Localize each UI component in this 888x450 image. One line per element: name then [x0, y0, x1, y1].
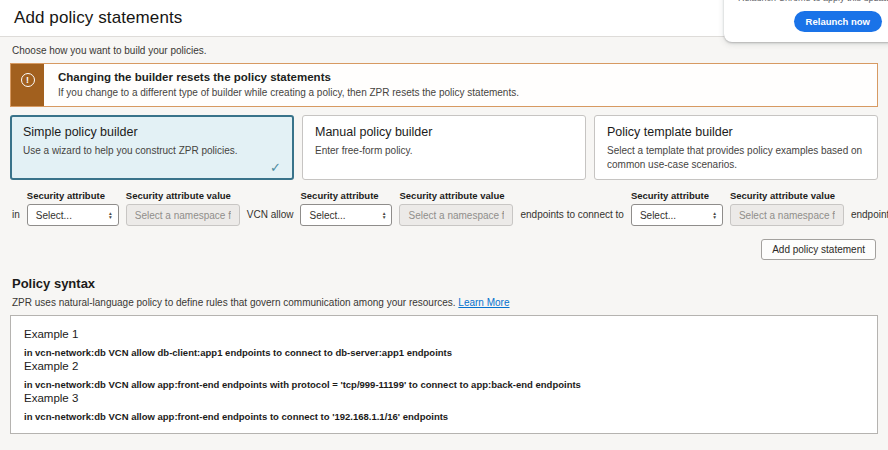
security-attribute-value-input-2[interactable] — [399, 204, 513, 226]
warning-banner-title: Changing the builder resets the policy s… — [58, 71, 519, 83]
field-label: Security attribute — [27, 190, 119, 201]
warning-banner-body: Changing the builder resets the policy s… — [44, 64, 531, 106]
select-value: Select... — [309, 210, 345, 221]
card-description: Enter free-form policy. — [315, 144, 573, 158]
select-value: Select... — [36, 210, 72, 221]
security-attribute-field-2: Security attribute Select... ▴▾ — [300, 190, 392, 226]
select-chevrons-icon: ▴▾ — [713, 211, 716, 220]
field-label: Security attribute — [631, 190, 723, 201]
example-code: in vcn-network:db VCN allow db-client:ap… — [24, 347, 863, 358]
card-policy-template-builder[interactable]: Policy template builder Select a templat… — [594, 115, 878, 180]
chrome-toast-actions: Relaunch now — [738, 11, 882, 32]
security-attribute-value-input-1[interactable] — [126, 204, 240, 226]
page-subtitle: Choose how you want to build your polici… — [12, 45, 878, 56]
example-label: Example 1 — [24, 328, 863, 340]
builder-options: Simple policy builder Use a wizard to he… — [10, 115, 878, 180]
policy-syntax-description-text: ZPR uses natural-language policy to defi… — [12, 297, 456, 308]
example-label: Example 3 — [24, 392, 863, 404]
add-policy-statement-button[interactable]: Add policy statement — [761, 239, 876, 260]
warning-icon: ! — [21, 73, 35, 87]
main-content: Choose how you want to build your polici… — [0, 37, 888, 450]
card-manual-policy-builder[interactable]: Manual policy builder Enter free-form po… — [302, 115, 586, 180]
policy-examples-box: Example 1 in vcn-network:db VCN allow db… — [10, 315, 878, 434]
card-description: Select a template that provides policy e… — [607, 144, 865, 171]
card-description: Use a wizard to help you construct ZPR p… — [23, 144, 281, 158]
field-label: Security attribute value — [126, 190, 240, 201]
warning-banner-description: If you change to a different type of bui… — [58, 87, 519, 98]
page-title: Add policy statements — [14, 8, 182, 28]
security-attribute-select-3[interactable]: Select... ▴▾ — [631, 204, 723, 226]
example-code: in vcn-network:db VCN allow app:front-en… — [24, 411, 863, 422]
statement-connector: VCN allow — [247, 209, 294, 226]
policy-syntax-heading: Policy syntax — [12, 276, 878, 291]
security-attribute-value-field-1: Security attribute value — [126, 190, 240, 226]
warning-banner-accent: ! — [11, 64, 44, 106]
card-title: Policy template builder — [607, 125, 865, 139]
select-chevrons-icon: ▴▾ — [383, 211, 386, 220]
security-attribute-field-3: Security attribute Select... ▴▾ — [631, 190, 723, 226]
security-attribute-select-2[interactable]: Select... ▴▾ — [300, 204, 392, 226]
statement-connector: endpoints to connect to — [520, 209, 623, 226]
field-label: Security attribute — [300, 190, 392, 201]
chrome-update-message: Relaunch Chrome to apply this update — [738, 0, 882, 4]
security-attribute-select-1[interactable]: Select... ▴▾ — [27, 204, 119, 226]
warning-banner: ! Changing the builder resets the policy… — [10, 63, 878, 107]
statement-prefix: in — [12, 209, 20, 226]
example-code: in vcn-network:db VCN allow app:front-en… — [24, 379, 863, 390]
card-title: Manual policy builder — [315, 125, 573, 139]
security-attribute-value-input-3[interactable] — [730, 204, 844, 226]
security-attribute-value-field-3: Security attribute value — [730, 190, 844, 226]
card-title: Simple policy builder — [23, 125, 281, 139]
chrome-update-notification: Relaunch Chrome to apply this update Rel… — [724, 0, 888, 42]
security-attribute-field-1: Security attribute Select... ▴▾ — [27, 190, 119, 226]
card-simple-policy-builder[interactable]: Simple policy builder Use a wizard to he… — [10, 115, 294, 180]
policy-syntax-description: ZPR uses natural-language policy to defi… — [12, 297, 878, 308]
select-chevrons-icon: ▴▾ — [109, 211, 112, 220]
example-label: Example 2 — [24, 360, 863, 372]
statement-suffix: endpoints — [851, 209, 888, 226]
check-icon: ✓ — [270, 160, 281, 175]
select-value: Select... — [640, 210, 676, 221]
security-attribute-value-field-2: Security attribute value — [399, 190, 513, 226]
relaunch-now-button[interactable]: Relaunch now — [794, 11, 882, 32]
field-label: Security attribute value — [730, 190, 844, 201]
field-label: Security attribute value — [399, 190, 513, 201]
learn-more-link[interactable]: Learn More — [458, 297, 509, 308]
policy-statement-row: in Security attribute Select... ▴▾ Secur… — [12, 190, 876, 226]
add-statement-row: Add policy statement — [10, 239, 876, 260]
